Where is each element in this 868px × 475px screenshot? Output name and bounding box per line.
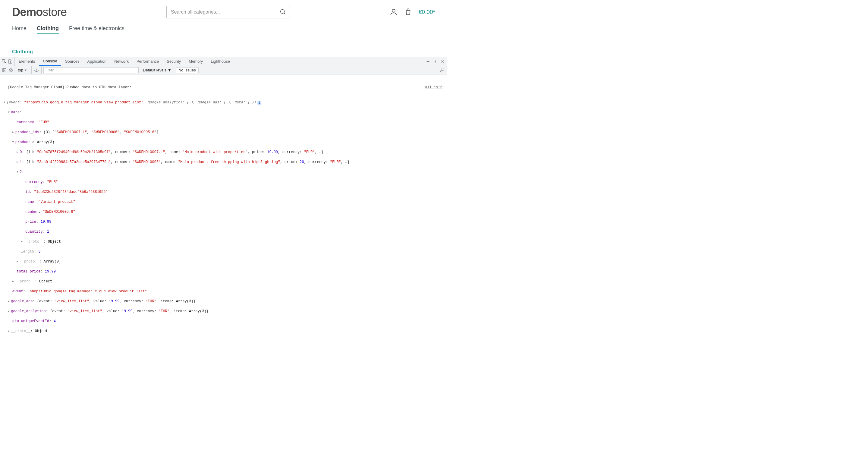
execution-context-selector[interactable]: top ▼ (15, 66, 30, 74)
svg-point-0 (281, 10, 284, 13)
main-nav: Home Clothing Free time & electronics (0, 21, 447, 37)
nav-free-time-electronics[interactable]: Free time & electronics (69, 25, 124, 34)
console-toolbar: top ▼ Default levels ▼ No Issues (0, 66, 447, 74)
issues-label: No Issues (179, 68, 196, 72)
kebab-menu-icon[interactable] (433, 59, 438, 64)
console-filter-input[interactable] (43, 67, 138, 73)
tab-console[interactable]: Console (39, 57, 61, 66)
chevron-down-icon: ▼ (167, 68, 172, 72)
tab-sources[interactable]: Sources (61, 57, 84, 66)
chevron-down-icon: ▼ (24, 69, 27, 72)
disclosure-triangle[interactable]: ▼ (4, 100, 7, 105)
search-input[interactable] (166, 6, 290, 19)
log-levels-selector[interactable]: Default levels ▼ (141, 68, 174, 72)
tab-elements[interactable]: Elements (15, 57, 39, 66)
tab-network[interactable]: Network (110, 57, 133, 66)
cart-total[interactable]: €0.00* (418, 9, 435, 15)
close-icon[interactable] (440, 59, 445, 64)
settings-gear-icon[interactable] (426, 59, 430, 64)
cart-icon[interactable] (404, 8, 412, 16)
tab-application[interactable]: Application (84, 57, 111, 66)
disclosure-triangle[interactable]: ▼ (12, 140, 16, 145)
svg-point-2 (392, 9, 395, 12)
info-badge-icon[interactable]: i (257, 101, 261, 105)
svg-point-7 (435, 60, 435, 60)
devtools-tabbar: Elements Console Sources Application Net… (0, 57, 447, 66)
svg-point-9 (435, 62, 435, 63)
disclosure-triangle[interactable]: ▶ (12, 130, 16, 135)
source-link[interactable]: all.js:6 (425, 85, 445, 90)
store-logo[interactable]: Demostore (12, 6, 67, 19)
disclosure-triangle[interactable]: ▼ (17, 170, 20, 175)
tab-memory[interactable]: Memory (185, 57, 207, 66)
svg-line-15 (10, 69, 12, 71)
disclosure-triangle[interactable]: ▶ (12, 279, 16, 284)
logo-light: store (43, 6, 67, 19)
tab-lighthouse[interactable]: Lighthouse (207, 57, 234, 66)
svg-rect-5 (10, 61, 12, 63)
disclosure-triangle[interactable]: ▶ (17, 160, 20, 165)
breadcrumb[interactable]: Clothing (0, 37, 447, 57)
nav-home[interactable]: Home (12, 25, 27, 34)
disclosure-triangle[interactable]: ▶ (8, 329, 11, 334)
device-toggle-icon[interactable] (8, 59, 13, 64)
disclosure-triangle[interactable]: ▶ (17, 150, 20, 155)
disclosure-triangle[interactable]: ▶ (17, 259, 20, 264)
tab-performance[interactable]: Performance (133, 57, 163, 66)
tab-security[interactable]: Security (163, 57, 185, 66)
context-label: top (18, 68, 23, 72)
svg-point-17 (441, 70, 442, 71)
toggle-sidebar-icon[interactable] (2, 68, 7, 73)
disclosure-triangle[interactable]: ▶ (8, 309, 11, 314)
log-intro-text: [Google Tag Manager Cloud] Pushed data t… (8, 85, 131, 90)
levels-label: Default levels (143, 68, 166, 72)
console-settings-icon[interactable] (439, 68, 444, 73)
logo-bold: Demo (12, 6, 43, 19)
issues-button[interactable]: No Issues (176, 67, 198, 73)
svg-rect-12 (2, 68, 6, 72)
inspect-icon[interactable] (2, 59, 7, 64)
console-output: [Google Tag Manager Cloud] Pushed data t… (0, 74, 447, 357)
disclosure-triangle[interactable]: ▶ (21, 239, 24, 245)
account-icon[interactable] (390, 8, 398, 16)
svg-line-1 (284, 13, 285, 14)
devtools-panel: Elements Console Sources Application Net… (0, 57, 447, 357)
search-icon[interactable] (280, 9, 286, 15)
svg-point-6 (427, 61, 429, 62)
svg-point-16 (36, 70, 37, 71)
nav-clothing[interactable]: Clothing (37, 25, 59, 34)
live-expression-icon[interactable] (34, 68, 39, 73)
clear-console-icon[interactable] (8, 68, 13, 73)
disclosure-triangle[interactable]: ▼ (8, 110, 11, 115)
svg-point-8 (435, 61, 435, 62)
disclosure-triangle[interactable]: ▶ (8, 299, 11, 304)
